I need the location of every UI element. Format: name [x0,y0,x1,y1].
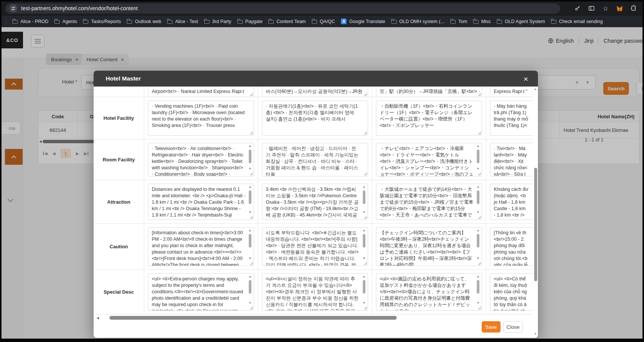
resize-handle-icon[interactable] [364,215,367,219]
table-row-special-desc: Special Desc <ul> <li>Extra-person charg… [94,270,533,314]
textarea-jp[interactable]: ・自動販売機（1F）<br/>・有料コインランドリー（1F）<br/>・電子レン… [376,101,482,136]
textarea-kr[interactable]: · 텔레비전 · 에어컨 · 냉장고 · 드라이어 · 전기 주전자 · 탈취 … [262,143,368,176]
resize-handle-icon[interactable] [478,172,481,175]
textarea-vn[interactable]: · Tivi<br/> · Má lạnh<br/> · Máy điện<br… [490,143,533,176]
textarea-en[interactable]: Airport<br/> · Nankai Limited Express Ra… [148,87,254,97]
close-button[interactable]: Close [503,321,523,333]
textarea-scrollbar[interactable]: ▲▼ [248,229,253,261]
bookmark-tasks-reports[interactable]: Tasks/Reports [83,19,121,24]
site-settings-icon[interactable] [9,4,17,12]
textarea-vn[interactable]: <ul> <li>Có thể đi kèm, tùy thuộ kiện củ… [490,273,533,311]
bookmark-outlook-web[interactable]: Outlook web [127,19,161,24]
modal-close-icon[interactable]: × [524,75,528,83]
cell-vn: · Tivi<br/> · Má lạnh<br/> · Máy điện<br… [486,139,533,180]
resize-handle-icon[interactable] [478,306,481,310]
resize-handle-icon[interactable] [478,215,481,219]
textarea-scrollbar[interactable]: ▲▼ [248,185,253,215]
textarea-scrollbar[interactable]: ▲▼ [362,275,367,305]
textarea-kr[interactable]: 시도록 부탁드립니다. <br/>※긴급시는 별도 대응하겠습니다. <br/>… [262,227,368,266]
modal-title: Hotel Master [106,75,141,82]
modal-vertical-scrollbar[interactable]: ▲▼ [533,87,538,336]
resize-handle-icon[interactable] [478,131,481,135]
textarea-en[interactable]: · Television<br/> · Air conditioner<br/>… [148,143,254,176]
bookmark-star-icon[interactable]: ☆ [602,5,609,12]
resize-handle-icon[interactable] [250,172,253,175]
address-bar[interactable]: test-partners.ohmyhotel.com/vendor/hotel… [5,3,560,14]
row-label: Hotel Facility [94,97,144,139]
save-button[interactable]: Save [482,321,501,333]
textarea-en[interactable]: Distances are displayed to the nearest 0… [148,184,254,220]
resize-handle-icon[interactable] [250,131,253,135]
folder-icon [83,20,88,24]
scrollbar-thumb[interactable] [534,168,537,281]
modal-horizontal-scrollbar[interactable]: ◀ [97,315,531,320]
metamask-fox-icon[interactable] [616,5,623,12]
resize-handle-icon[interactable] [250,93,253,96]
bookmark-3rd-party[interactable]: 3rd Party [204,19,231,24]
bookmark-content-team[interactable]: Content Team [268,19,306,24]
bookmark-agents[interactable]: Agents [54,19,77,24]
hotel-master-modal: Hotel Master × Airport<br/> · Nankai Lim… [94,71,538,338]
textarea-jp[interactable]: ・大阪城ホールまで徒歩で約14分<br/>・大阪城公園まで電車で約10分<br/… [376,184,482,220]
bookmark-paygate[interactable]: Paygate [237,19,263,24]
textarea-jp[interactable]: 宮」駅（約30分）→JR環状線「京橋」駅<br/> · [376,87,482,97]
modal-footer: Save Close [482,321,523,333]
textarea-en[interactable]: <ul> <li>Extra-person charges may apply,… [148,273,254,311]
textarea-scrollbar[interactable]: ▲▼ [248,144,253,171]
textarea-kr[interactable]: 버스(약60분)→오사카성 공원역(약2분)→JR환 [262,87,368,97]
resize-handle-icon[interactable] [250,306,253,310]
cell-vn: Khoảng cách đư (hoặc dặm). <b jo Hall - … [486,180,533,223]
textarea-scrollbar[interactable]: ▲▼ [476,185,481,215]
textarea-en[interactable]: · Vending machines (1F)<br/> · Paid coin… [148,101,254,136]
textarea-vn[interactable]: Khoảng cách đư (hoặc dặm). <b jo Hall - … [490,184,533,220]
textarea-scrollbar[interactable]: ▲▼ [248,275,253,305]
textarea-kr[interactable]: · 자동판매기(1층)<br/> · 유료 코인 세탁기(1층) <br/> ·… [262,101,368,136]
cell-en: · Vending machines (1F)<br/> · Paid coin… [144,97,258,139]
bookmark-misc[interactable]: Misc [473,19,491,24]
textarea-kr[interactable]: <ul><li>시설이 정하는 이용 약관에 따라 추가 게스트 요금이 부과될… [262,273,368,311]
bookmark-qa-qc[interactable]: QA/QC [312,19,335,24]
table-row-caution: Caution [Information about check-in time… [94,224,533,270]
resize-handle-icon[interactable] [478,262,481,265]
row-label: Caution [94,224,144,269]
modal-header: Hotel Master × [94,71,538,87]
bookmark-check-email-sending[interactable]: Check email sending [551,19,603,24]
modal-body: Airport<br/> · Nankai Limited Express Ra… [94,87,533,338]
bookmark-tom[interactable]: Tom [450,19,467,24]
resize-handle-icon[interactable] [364,131,367,135]
bookmarks-divider [6,19,6,25]
resize-handle-icon[interactable] [364,306,367,310]
textarea-jp[interactable]: <ul> <li>施設の定める利用規約に従って、追加ゲスト料金がかかる場合があり… [376,273,482,311]
bookmark-alice-test[interactable]: Alice - Test [167,19,198,24]
textarea-scrollbar[interactable]: ▲▼ [362,229,367,261]
textarea-scrollbar[interactable]: ▲▼ [476,144,481,171]
folder-icon [204,20,210,24]
password-key-icon[interactable] [574,5,581,12]
bookmark-alice-prod[interactable]: Alice - PROD [12,19,48,24]
textarea-jp[interactable]: ・テレビ<br/>・エアコン<br/>・冷蔵庫<br/>・ドライヤー<br/>・… [376,143,482,176]
extensions-puzzle-icon[interactable] [630,5,637,12]
textarea-scrollbar[interactable]: ▲▼ [476,275,481,305]
side-panel-icon[interactable] [588,5,595,12]
textarea-vn[interactable]: · Máy bán hàng trả phí (Tầng 1) thang má… [490,101,533,136]
resize-handle-icon[interactable] [250,215,253,219]
textarea-vn[interactable]: Express Rapi:t " [490,87,533,97]
textarea-kr[interactable]: 3.4km <br />안신벡와섬 - 3.5km <br />엡씨이브 쇼핑몰… [262,184,368,220]
bookmark-old-agent-system[interactable]: OLD Agent System [497,19,545,24]
textarea-en[interactable]: [Information about check-in times]<br/>3… [148,227,254,266]
resize-handle-icon[interactable] [478,93,481,96]
textarea-jp[interactable]: 【チェックイン時間についてのご案内】<br/>午後3時～深夜2時<br/>チェッ… [376,227,482,266]
folder-icon [473,20,479,24]
scrollbar-thumb[interactable] [109,316,397,320]
bookmark-old-omh-system[interactable]: OLD OMH system (... [391,19,444,24]
resize-handle-icon[interactable] [364,172,367,175]
textarea-vn[interactable]: [Thông tin về th <br/>15:00 - 2: phòng t… [490,227,533,266]
resize-handle-icon[interactable] [364,93,367,96]
cell-en: · Television<br/> · Air conditioner<br/>… [144,139,258,180]
scroll-left-icon[interactable]: ◀ [97,316,99,320]
textarea-scrollbar[interactable]: ▲▼ [476,229,481,261]
bookmark-google-translate[interactable]: AGoogle Translate [341,19,385,24]
resize-handle-icon[interactable] [250,262,253,265]
resize-handle-icon[interactable] [364,262,367,265]
textarea-scrollbar[interactable]: ▲▼ [362,185,367,215]
